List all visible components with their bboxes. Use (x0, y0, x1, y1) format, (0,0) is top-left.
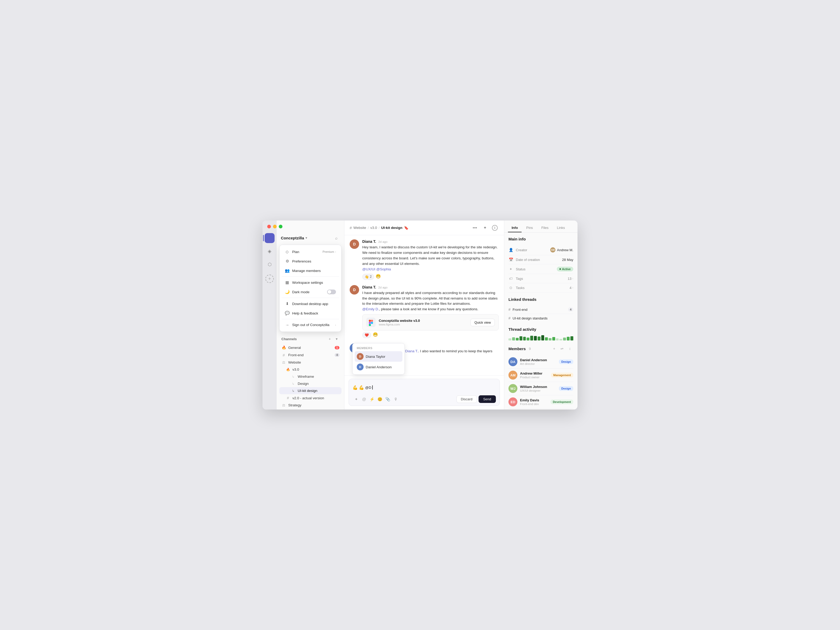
link-card: Conceptzilla website v3.0 www.figma.com … (362, 314, 499, 330)
menu-item-dark-mode[interactable]: 🌙 Dark mode (282, 287, 339, 297)
menu-item-workspace-settings[interactable]: ▦ Workspace settings (282, 278, 339, 287)
close-button[interactable] (267, 225, 271, 228)
autocomplete-item-daniel[interactable]: D Daniel Anderson (355, 362, 403, 372)
channel-item-events[interactable]: 📍 Events (279, 409, 341, 409)
bar-4 (519, 336, 523, 341)
plus-icon: + (268, 276, 271, 282)
thread-item-uikit-standards[interactable]: # UI-kit design standards (508, 314, 573, 322)
message-content-1: Diana T. 2d ago Hey team, I wanted to di… (362, 239, 499, 280)
compose-text[interactable]: 💪 💪 @D (352, 382, 496, 393)
member-row-daniel-anderson: DA Daniel Anderson Art director Design (508, 355, 573, 369)
add-reaction-2[interactable]: 😁 (373, 332, 378, 338)
bar-6 (527, 338, 529, 341)
menu-item-preferences[interactable]: ⚙ Preferences (282, 256, 339, 266)
channel-item-website[interactable]: ⚖ Website (279, 359, 341, 366)
source-icon: ◈ (268, 248, 272, 254)
message-content-2: Diana T. 2d ago I have already prepared … (362, 285, 499, 338)
menu-item-manage-members[interactable]: 👥 Manage members (282, 266, 339, 275)
compose-emoji-button[interactable]: 😊 (376, 396, 384, 403)
message-reactions-1: 👋 2 😁 (362, 274, 499, 280)
filter-members-button[interactable]: ⇌ (559, 345, 565, 352)
member-avatar-william-johnson: WJ (508, 384, 517, 393)
sparkle-button[interactable]: ✦ (481, 224, 489, 232)
info-button[interactable]: i (491, 224, 499, 232)
compose-sparkle-button[interactable]: ✦ (352, 396, 360, 403)
more-options-button[interactable]: ••• (471, 224, 479, 232)
sparkle-icon: ✦ (483, 225, 487, 230)
bar-3 (516, 338, 519, 341)
dark-mode-toggle[interactable] (327, 289, 336, 294)
sort-members-button[interactable]: ↕ (567, 345, 573, 352)
message-author-2: Diana T. (362, 285, 376, 289)
channel-item-uikit[interactable]: ↳ UI-kit design (279, 387, 341, 394)
menu-item-plan[interactable]: ◇ Plan Premium › (282, 247, 339, 256)
channels-menu-button[interactable]: ▾ (334, 336, 339, 342)
menu-divider-1 (282, 276, 339, 277)
channel-item-general[interactable]: 🔥 General 1 (279, 344, 341, 351)
tags-icon: 🏷 (508, 276, 513, 281)
info-row-tasks[interactable]: ⊙ Tasks 4 › (508, 283, 573, 292)
message-group-1: D Diana T. 2d ago Hey team, I wanted to … (350, 239, 499, 280)
channel-item-v3[interactable]: 🔥 v3.0 (279, 366, 341, 373)
maximize-button[interactable] (279, 225, 283, 228)
menu-item-signout[interactable]: → Sign out of Conceptzilla › (282, 320, 339, 330)
main-info-title: Main info (508, 237, 573, 241)
search-button[interactable]: ⌕ (333, 234, 340, 242)
rail-item-notch[interactable]: ⬡ (265, 259, 275, 269)
mention-sophia: @Sophia (376, 267, 391, 271)
compose-lightning-button[interactable]: ⚡ (368, 396, 376, 403)
rail-item-chat[interactable]: C (265, 233, 275, 243)
compose-mic-icon: 🎙 (394, 397, 398, 401)
tab-links[interactable]: Links (553, 224, 568, 232)
channel-item-wireframe[interactable]: ↳ Wireframe (279, 373, 341, 380)
channels-label: Channels (281, 337, 297, 341)
channel-item-frontend[interactable]: # Front-end 4 (279, 351, 341, 359)
minimize-button[interactable] (273, 225, 277, 228)
add-channel-button[interactable]: + (327, 336, 333, 342)
compose-mic-button[interactable]: 🎙 (392, 396, 399, 403)
tab-pins[interactable]: Pins (523, 224, 537, 232)
link-card-url: www.figma.com (379, 323, 467, 326)
channel-item-v2[interactable]: # v2.0 - actual version (279, 394, 341, 402)
workspace-name[interactable]: Conceptzilla ▾ (281, 236, 307, 240)
menu-item-download[interactable]: ⬇ Download desktop app (282, 299, 339, 308)
activity-bars (508, 335, 573, 341)
channel-wireframe-label: Wireframe (298, 374, 339, 379)
bookmark-icon[interactable]: 🔖 (404, 226, 409, 230)
breadcrumb-website: Website (353, 226, 366, 230)
breadcrumb-sep-1: / (368, 226, 369, 230)
channel-v2-label: v2.0 - actual version (292, 396, 339, 400)
rail-item-source[interactable]: ◈ (265, 246, 275, 256)
message-avatar-2: D (350, 285, 359, 295)
bar-14 (556, 338, 559, 341)
status-badge: Active (557, 267, 573, 272)
channels-section: Channels + ▾ 🔥 General 1 # Front-end 4 ⚖ (277, 332, 344, 409)
channel-item-design[interactable]: ↳ Design (279, 380, 341, 387)
status-icon: ✦ (508, 267, 513, 271)
tab-files[interactable]: Files (538, 224, 552, 232)
thread-count-frontend: 4 (568, 307, 573, 312)
plan-badge: Premium › (323, 250, 336, 253)
compose-cursor (372, 385, 373, 390)
info-row-tags[interactable]: 🏷 Tags 13 › (508, 274, 573, 283)
member-row-andrew-miller: AM Andrew Miller Product owner Managemen… (508, 369, 573, 382)
menu-item-help[interactable]: 💬 Help & feedback (282, 308, 339, 318)
reaction-wave-2[interactable]: 👋 2 (362, 274, 374, 280)
wave-count: 2 (370, 275, 372, 278)
reaction-heart[interactable]: ❤️ (362, 332, 371, 338)
member-tag-andrew-miller: Management (551, 373, 573, 377)
add-member-button[interactable]: + (551, 345, 557, 352)
tab-info[interactable]: Info (508, 224, 522, 232)
channel-item-strategy[interactable]: ⚖ Strategy (279, 402, 341, 409)
add-workspace-button[interactable]: + (265, 275, 274, 283)
member-info-william-johnson: William Johnson UX/UI designer (520, 385, 556, 392)
send-button[interactable]: Send (478, 395, 496, 403)
compose-attach-button[interactable]: 📎 (384, 396, 392, 403)
discard-button[interactable]: Discard (456, 395, 477, 403)
add-reaction-1[interactable]: 😁 (376, 274, 381, 280)
autocomplete-item-diana[interactable]: D Diana Taylor (355, 351, 403, 362)
dark-mode-icon: 🌙 (285, 289, 289, 294)
compose-at-button[interactable]: @ (360, 396, 368, 403)
quick-view-button[interactable]: Quick view (471, 319, 495, 326)
thread-item-frontend[interactable]: # Front-end 4 (508, 305, 573, 314)
